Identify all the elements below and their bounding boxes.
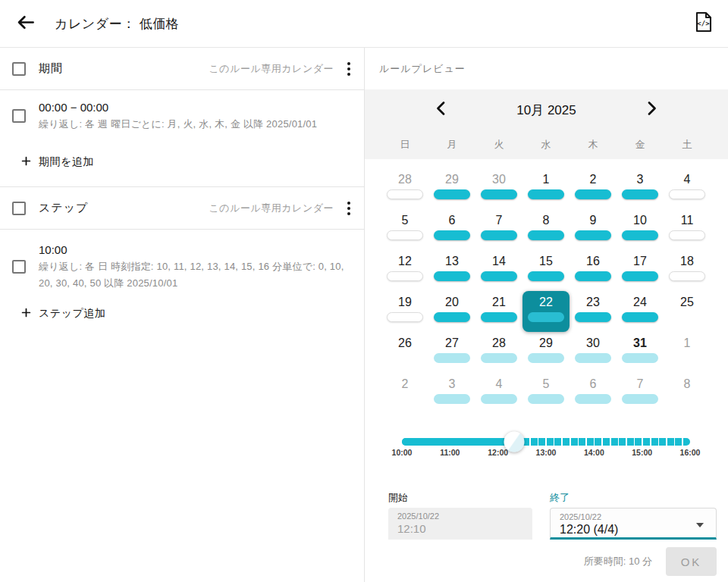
calendar-day-31[interactable]: 31 — [617, 332, 664, 373]
calendar-day-5[interactable]: 5 — [381, 209, 428, 250]
calendar-day-22[interactable]: 22 — [522, 291, 570, 332]
calendar-day-20[interactable]: 20 — [428, 291, 475, 332]
availability-pill — [434, 230, 470, 240]
calendar-day-24[interactable]: 24 — [617, 291, 664, 332]
add-step-label: ステップ追加 — [39, 307, 105, 321]
calendar-day-11[interactable]: 11 — [664, 209, 711, 250]
day-header: 土 — [664, 130, 711, 159]
day-number: 2 — [402, 377, 409, 392]
day-number: 5 — [402, 213, 409, 228]
calendar-day-29[interactable]: 29 — [428, 168, 475, 209]
step-item-content[interactable]: 10:00 繰り返し: 各 日 時刻指定: 10, 11, 12, 13, 14… — [39, 242, 348, 292]
calendar-day-3[interactable]: 3 — [428, 373, 475, 414]
view-source-button[interactable]: </> — [692, 12, 714, 35]
availability-pill — [387, 189, 423, 199]
slider-track[interactable] — [402, 438, 690, 446]
availability-pill — [622, 189, 658, 199]
start-time-field[interactable]: 2025/10/22 12:10 — [388, 508, 532, 540]
period-item-content[interactable]: 00:00 − 00:00 繰り返し: 各 週 曜日ごとに: 月, 火, 水, … — [39, 99, 348, 133]
calendar-day-4[interactable]: 4 — [475, 373, 522, 414]
availability-pill — [434, 271, 470, 281]
calendar-day-12[interactable]: 12 — [381, 250, 428, 291]
step-item-checkbox[interactable] — [12, 260, 26, 274]
calendar-day-27[interactable]: 27 — [428, 332, 475, 373]
period-item: 00:00 − 00:00 繰り返し: 各 週 曜日ごとに: 月, 火, 水, … — [0, 90, 364, 133]
availability-pill — [575, 271, 611, 281]
calendar-day-28[interactable]: 28 — [475, 332, 522, 373]
calendar-day-8[interactable]: 8 — [522, 209, 570, 250]
day-number: 1 — [543, 172, 550, 187]
calendar-day-13[interactable]: 13 — [428, 250, 475, 291]
end-time-field[interactable]: 2025/10/22 12:20 (4/4) — [550, 508, 717, 540]
availability-pill — [387, 230, 423, 240]
next-month-button[interactable] — [642, 100, 661, 120]
calendar-day-9[interactable]: 9 — [570, 209, 617, 250]
calendar-day-14[interactable]: 14 — [475, 250, 522, 291]
calendar-day-8[interactable]: 8 — [664, 373, 711, 414]
availability-pill — [528, 353, 564, 363]
calendar-day-15[interactable]: 15 — [522, 250, 570, 291]
availability-pill — [528, 230, 564, 240]
calendar-day-10[interactable]: 10 — [617, 209, 664, 250]
slider-thumb[interactable] — [504, 432, 524, 452]
availability-pill — [481, 271, 517, 281]
calendar-day-16[interactable]: 16 — [570, 250, 617, 291]
day-number: 29 — [539, 336, 553, 351]
steps-section-checkbox[interactable] — [12, 202, 26, 215]
steps-menu-button[interactable] — [344, 199, 353, 218]
calendar-day-30[interactable]: 30 — [570, 332, 617, 373]
day-number: 22 — [539, 295, 553, 310]
availability-pill — [528, 271, 564, 281]
calendar-day-29[interactable]: 29 — [522, 332, 570, 373]
day-number: 7 — [496, 213, 503, 228]
day-number: 30 — [586, 336, 600, 351]
back-button[interactable] — [14, 12, 36, 35]
day-number: 1 — [684, 336, 691, 351]
calendar-day-1[interactable]: 1 — [522, 168, 570, 209]
day-number: 31 — [633, 336, 647, 351]
prev-month-button[interactable] — [431, 100, 451, 120]
availability-pill — [622, 271, 658, 281]
time-slider[interactable] — [402, 438, 690, 446]
calendar-day-23[interactable]: 23 — [570, 291, 617, 332]
period-item-checkbox[interactable] — [12, 109, 26, 123]
calendar-day-19[interactable]: 19 — [381, 291, 428, 332]
calendar-day-6[interactable]: 6 — [570, 373, 617, 414]
day-number: 14 — [492, 254, 506, 269]
day-header: 木 — [570, 130, 617, 159]
calendar-day-28[interactable]: 28 — [381, 168, 428, 209]
add-step-button[interactable]: ステップ追加 — [0, 307, 364, 321]
slider-hour-label: 12:00 — [488, 448, 508, 457]
slider-track-solid — [402, 438, 514, 446]
calendar-day-6[interactable]: 6 — [428, 209, 475, 250]
calendar-day-7[interactable]: 7 — [475, 209, 522, 250]
day-number: 4 — [684, 172, 691, 187]
day-number: 21 — [492, 295, 506, 310]
add-period-button[interactable]: 期間を追加 — [0, 155, 364, 169]
calendar-day-3[interactable]: 3 — [617, 168, 664, 209]
calendar-day-4[interactable]: 4 — [664, 168, 711, 209]
calendar-day-2[interactable]: 2 — [570, 168, 617, 209]
calendar-day-26[interactable]: 26 — [381, 332, 428, 373]
day-number: 23 — [586, 295, 600, 310]
day-number: 8 — [684, 377, 691, 392]
calendar-day-25[interactable]: 25 — [664, 291, 711, 332]
periods-section-checkbox[interactable] — [12, 62, 26, 76]
page-title: カレンダー： 低価格 — [55, 15, 179, 33]
availability-pill — [575, 353, 611, 363]
calendar-day-17[interactable]: 17 — [617, 250, 664, 291]
day-header: 火 — [475, 130, 522, 159]
slider-hour-label: 14:00 — [584, 448, 604, 457]
calendar-day-2[interactable]: 2 — [381, 373, 428, 414]
calendar-day-30[interactable]: 30 — [475, 168, 522, 209]
periods-menu-button[interactable] — [344, 59, 353, 79]
calendar-day-5[interactable]: 5 — [522, 373, 570, 414]
availability-pill — [622, 394, 658, 404]
calendar-day-21[interactable]: 21 — [475, 291, 522, 332]
calendar-day-18[interactable]: 18 — [664, 250, 711, 291]
calendar-day-7[interactable]: 7 — [617, 373, 664, 414]
calendar-day-1[interactable]: 1 — [664, 332, 711, 373]
day-number: 4 — [496, 377, 503, 392]
ok-button[interactable]: OK — [666, 547, 717, 576]
steps-calendar-label: このルール専用カレンダー — [209, 202, 334, 215]
